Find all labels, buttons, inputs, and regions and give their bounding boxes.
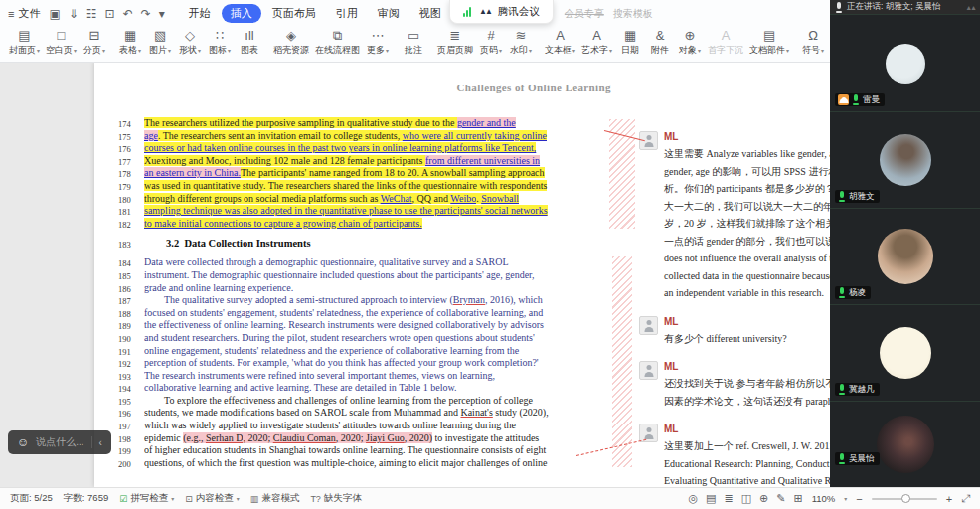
date-icon: ▦ (624, 27, 636, 44)
collapse-chevron-icon[interactable]: ‹ (99, 437, 102, 448)
tab-review[interactable]: 审阅 (369, 4, 408, 23)
zoom-out-button[interactable]: − (856, 493, 862, 505)
tab-view[interactable]: 视图 (410, 4, 450, 23)
mic-icon (838, 191, 846, 202)
status-item-spellcheck[interactable]: ☑拼写检查▾ (119, 492, 174, 505)
text-box-button[interactable]: A文本框▾ (542, 26, 578, 58)
read-mode-icon[interactable]: ◫ (741, 493, 751, 504)
member-label[interactable]: 会员专享 (565, 7, 604, 21)
comment-item[interactable]: ML这里需要 Analyze variables like gender, ag… (639, 131, 850, 302)
save-icon[interactable]: ▣ (49, 8, 60, 20)
text-segment: Xuexitong and Mooc, including 102 male a… (144, 155, 425, 166)
document-part-button[interactable]: ▤文档部件▾ (746, 26, 792, 58)
text-segment: to investigate the attitudes (432, 432, 539, 443)
tab-home[interactable]: 开始 (180, 4, 220, 23)
comment-text-line: 大一大二的，我们可以说大一大二的年龄都是19 (664, 198, 850, 216)
zoom-caret-icon[interactable]: ▾ (844, 495, 847, 502)
text-segment: WeChat (381, 193, 412, 204)
export-icon[interactable]: ⇓ (69, 8, 79, 20)
document-page[interactable]: Challenges of Online Learning 174The res… (94, 62, 850, 487)
ribbon-button-label-row: 页码▾ (480, 44, 502, 57)
eye-protect-icon[interactable]: ◎ (688, 493, 698, 504)
tab-insert[interactable]: 插入 (222, 4, 261, 23)
participant-avatar (878, 229, 933, 284)
docer-resources-button[interactable]: ◈稻壳资源 (270, 26, 312, 58)
line-number: 175 (118, 130, 144, 143)
print-layout-icon[interactable]: ▤ (706, 493, 716, 504)
undo-icon[interactable]: ↶ (123, 8, 133, 20)
tab-references[interactable]: 引用 (327, 4, 367, 23)
line-text: collaborative learning and active learni… (144, 382, 613, 395)
status-item-missing-font[interactable]: T?缺失字体 (310, 492, 362, 505)
participant-tile[interactable]: 雷曼 (830, 14, 980, 111)
comment-item[interactable]: ML有多少个 different university? (639, 316, 850, 348)
comment-text-line: an independent variable in this research… (664, 284, 850, 302)
toolbar-caret-icon[interactable]: ▾ (159, 8, 165, 20)
meeting-status-pill[interactable]: ▲▲ 腾讯会议 (449, 0, 554, 24)
meeting-sidebar: 正在讲话: 胡雅文; 吴晨怡 ▲▲ 雷曼胡雅文杨凌冀越凡吴晨怡 (830, 0, 980, 487)
comment-button[interactable]: ▭批注 (399, 26, 428, 58)
participant-tile[interactable]: 冀越凡 (830, 304, 980, 401)
header-footer-button[interactable]: ≣页眉页脚 (434, 26, 476, 58)
more-button[interactable]: ⋯更多▾ (363, 26, 393, 58)
page-break-button[interactable]: ⊟分页▾ (80, 26, 109, 58)
comment-item[interactable]: ML这里要加上一个 ref. Creswell, J. W. 2011.Educ… (639, 424, 850, 487)
redo-icon[interactable]: ↷ (141, 8, 151, 20)
shape-button[interactable]: ◇形状▾ (175, 26, 205, 58)
meeting-chat-pill[interactable]: ☺ 说点什么... ‹ (8, 430, 111, 454)
text-segment: , 2020) (405, 432, 432, 443)
drop-cap-icon: A (722, 27, 731, 44)
wordart-button[interactable]: A艺术字▾ (578, 26, 615, 58)
participant-tile[interactable]: 杨凌 (830, 208, 980, 304)
zoom-slider-knob[interactable] (901, 494, 910, 503)
comment-text-line: 因素的学术论文，这句话还没有 paraphrase (664, 393, 850, 411)
page-header-title: Challenges of Online Learning (94, 82, 611, 93)
online-flowchart-button[interactable]: ⧉在线流程图 (312, 26, 363, 58)
ribbon-button-label-row: 图片▾ (149, 44, 171, 57)
icon-library-button[interactable]: ∷图标▾ (205, 26, 235, 58)
word-count[interactable]: 字数: 7659 (64, 492, 108, 505)
print-preview-icon[interactable]: ⊡ (105, 8, 115, 20)
participant-tile[interactable]: 胡雅文 (830, 111, 980, 208)
status-item-content-check[interactable]: ⊡内容检查▾ (185, 492, 240, 505)
document-lines: 174The researchers utilized the purposiv… (118, 117, 620, 469)
comment-author: ML (664, 424, 850, 434)
text-segment: The participants' name ranged from 18 to… (241, 167, 545, 178)
search-template-label[interactable]: 搜索模板 (613, 7, 653, 21)
fit-page-icon[interactable]: ⊞ (793, 493, 802, 504)
blank-page-button[interactable]: □空白页▾ (43, 26, 80, 58)
page-number-button[interactable]: #页码▾ (476, 26, 506, 58)
print-icon[interactable]: ☷ (86, 8, 97, 20)
ink-annotate-icon[interactable]: ✎ (776, 493, 785, 504)
table-button[interactable]: ▦表格▾ (115, 26, 145, 58)
zoom-in-button[interactable]: + (946, 493, 952, 505)
web-view-icon[interactable]: ⊕ (759, 493, 768, 504)
chat-input-placeholder[interactable]: 说点什么... (36, 435, 83, 449)
picture-button[interactable]: ▧图片▾ (145, 26, 175, 58)
participant-avatar (886, 44, 925, 84)
text-segment: students, we made modifications based on… (144, 407, 460, 418)
tab-page-layout[interactable]: 页面布局 (263, 4, 325, 23)
emoji-icon[interactable]: ☺ (17, 436, 29, 448)
participant-tile[interactable]: 吴晨怡 (830, 401, 980, 487)
watermark-button[interactable]: ≋水印▾ (506, 26, 536, 58)
cover-page-button[interactable]: ▤封面页▾ (6, 26, 43, 58)
ribbon-group: A文本框▾A艺术字▾▦日期&附件⊕对象▾A首字下沉▤文档部件▾ (542, 26, 792, 58)
fullscreen-icon[interactable]: ⤢ (961, 493, 970, 504)
line-number: 194 (118, 382, 144, 395)
object-button[interactable]: ⊕对象▾ (675, 26, 705, 58)
zoom-slider[interactable] (872, 498, 937, 500)
text-segment: to make initial connections to capture a… (144, 218, 422, 229)
status-item-compatibility-mode[interactable]: ▥兼容模式 (250, 492, 300, 505)
comment-item[interactable]: ML还没找到关于说 参与者年龄相仿所以不作为对比因素的学术论文，这句话还没有 p… (639, 361, 850, 410)
attachment-button[interactable]: &附件 (645, 26, 675, 58)
chart-button[interactable]: ıll图表 (235, 26, 264, 58)
date-button[interactable]: ▦日期 (615, 26, 645, 58)
document-line: 174The researchers utilized the purposiv… (118, 117, 620, 130)
outline-view-icon[interactable]: ≣ (724, 493, 733, 504)
line-number: 176 (118, 142, 144, 155)
line-number: 192 (118, 357, 144, 370)
zoom-level[interactable]: 110% (812, 493, 836, 504)
symbol-button[interactable]: Ω符号▾ (798, 26, 828, 58)
file-menu-button[interactable]: ≡ 文件 (8, 6, 40, 21)
